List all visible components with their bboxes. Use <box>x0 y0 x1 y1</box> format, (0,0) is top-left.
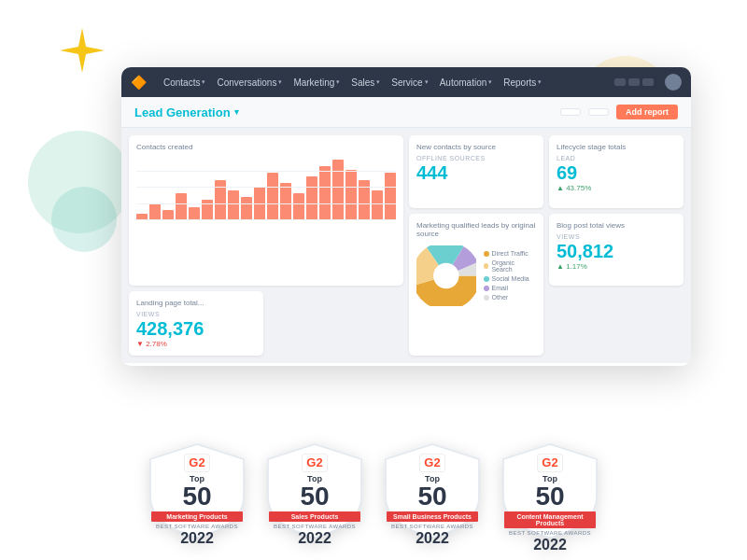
chart-line-2 <box>136 187 396 188</box>
badges-section: G2 Top 50 Marketing Products BEST SOFTWA… <box>147 441 600 541</box>
nav-reports-chevron: ▾ <box>538 78 542 86</box>
badge-award-1: BEST SOFTWARE AWARDS <box>274 524 356 529</box>
legend-email: Email <box>484 285 536 291</box>
badge-2: G2 Top 50 Small Business Products BEST S… <box>382 441 483 541</box>
bar-item <box>306 176 317 220</box>
badge-year-0: 2022 <box>180 530 214 547</box>
nav-automation-chevron: ▾ <box>488 78 492 86</box>
bar-item <box>241 197 252 220</box>
badge-number-3: 50 <box>535 483 564 510</box>
date-filter-btn-1[interactable] <box>560 108 581 116</box>
g2-logo-3: G2 <box>537 454 562 472</box>
pie-legend: Direct Traffic Organic Search Social Med… <box>484 250 536 301</box>
g2-logo-0: G2 <box>184 454 209 472</box>
badge-award-0: BEST SOFTWARE AWARDS <box>156 524 238 529</box>
marketing-qualified-widget: Marketing qualified leads by original so… <box>409 214 543 357</box>
blog-post-value: 50,812 <box>557 242 676 260</box>
bar-item <box>332 160 344 220</box>
marketing-qualified-title: Marketing qualified leads by original so… <box>416 221 536 238</box>
badge-category-3: Content Management Products <box>504 511 595 528</box>
landing-page-label: VIEWS <box>136 311 256 317</box>
dashboard-header: Lead Generation ▾ Add report <box>121 97 691 128</box>
legend-direct: Direct Traffic <box>484 250 536 257</box>
chart-line-1 <box>136 171 396 172</box>
badge-year-1: 2022 <box>298 530 331 547</box>
bar-chart <box>136 155 396 220</box>
nav-contacts-chevron: ▾ <box>202 78 205 86</box>
bar-item <box>149 203 161 220</box>
badge-shield-0: G2 Top 50 Marketing Products BEST SOFTWA… <box>147 441 247 541</box>
contacts-created-chart <box>136 155 396 220</box>
nav-contacts[interactable]: Contacts ▾ <box>163 77 205 88</box>
hubspot-logo: 🔶 <box>131 75 147 90</box>
bar-item <box>280 183 291 220</box>
new-contacts-title: New contacts by source <box>416 143 536 151</box>
lifecycle-value: 69 <box>557 163 676 182</box>
badge-award-3: BEST SOFTWARE AWARDS <box>509 530 591 536</box>
user-avatar[interactable] <box>665 74 682 91</box>
dashboard-dropdown-arrow: ▾ <box>234 107 239 117</box>
chart-line-3 <box>136 203 396 204</box>
contacts-created-widget: Contacts created <box>129 135 403 286</box>
g2-logo-1: G2 <box>302 454 327 472</box>
nav-dot-3 <box>642 78 654 86</box>
legend-dot-email <box>484 286 489 291</box>
nav-sales[interactable]: Sales ▾ <box>351 77 380 88</box>
blog-post-label: VIEWS <box>557 233 676 240</box>
blog-post-widget: Blog post total views VIEWS 50,812 ▲ 1.1… <box>549 214 684 287</box>
lifecycle-title: Lifecycle stage totals <box>557 143 676 151</box>
bar-item <box>228 190 239 221</box>
legend-social: Social Media <box>484 275 536 282</box>
bar-item <box>176 193 187 220</box>
pie-chart <box>416 245 476 306</box>
nav-automation[interactable]: Automation ▾ <box>440 77 493 88</box>
add-report-button[interactable]: Add report <box>616 105 678 119</box>
nav-sales-chevron: ▾ <box>376 78 380 86</box>
bar-item <box>189 207 200 220</box>
bar-item <box>267 173 278 220</box>
nav-service[interactable]: Service ▾ <box>391 77 428 88</box>
svg-point-5 <box>433 262 458 287</box>
badge-number-1: 50 <box>300 483 329 510</box>
blog-post-change: ▲ 1.17% <box>557 262 676 271</box>
landing-page-widget: Landing page total... VIEWS 428,376 ▼ 2.… <box>129 291 263 356</box>
browser-window: 🔶 Contacts ▾ Conversations ▾ Marketing ▾… <box>121 67 691 366</box>
new-contacts-label: OFFLINE SOURCES <box>416 155 536 161</box>
lifecycle-label: LEAD <box>557 155 676 161</box>
lifecycle-stage-widget: Lifecycle stage totals LEAD 69 ▲ 43.75% <box>549 135 684 208</box>
bar-item <box>385 173 396 220</box>
legend-organic: Organic Search <box>484 259 536 273</box>
badge-category-0: Marketing Products <box>151 511 242 522</box>
badge-shield-1: G2 Top 50 Sales Products BEST SOFTWARE A… <box>264 441 365 541</box>
new-contacts-widget: New contacts by source OFFLINE SOURCES 4… <box>409 135 543 208</box>
badge-category-1: Sales Products <box>269 511 359 522</box>
date-filter-btn-2[interactable] <box>588 108 609 116</box>
dashboard-content: Contacts created New contacts by source … <box>121 128 691 363</box>
landing-page-change: ▼ 2.78% <box>136 340 256 348</box>
nav-dot-2 <box>628 78 640 86</box>
star-decoration <box>58 26 106 75</box>
badge-number-0: 50 <box>182 483 211 510</box>
lifecycle-change: ▲ 43.75% <box>557 184 676 192</box>
bar-item <box>319 166 331 220</box>
badge-0: G2 Top 50 Marketing Products BEST SOFTWA… <box>147 441 247 541</box>
bg-circle-teal <box>51 187 117 252</box>
legend-dot-other <box>484 295 489 301</box>
legend-dot-direct <box>484 251 489 257</box>
badge-shield-3: G2 Top 50 Content Management Products BE… <box>500 441 600 541</box>
bar-item <box>293 193 304 220</box>
g2-logo-2: G2 <box>419 454 444 472</box>
legend-dot-organic <box>484 263 489 269</box>
legend-dot-social <box>484 276 489 282</box>
nav-reports[interactable]: Reports ▾ <box>503 77 542 88</box>
nav-conversations-chevron: ▾ <box>278 78 282 86</box>
nav-dot-1 <box>614 78 626 86</box>
nav-service-chevron: ▾ <box>425 78 429 86</box>
contacts-created-title: Contacts created <box>136 143 396 151</box>
nav-conversations[interactable]: Conversations ▾ <box>217 77 282 88</box>
nav-marketing[interactable]: Marketing ▾ <box>293 77 340 88</box>
badge-3: G2 Top 50 Content Management Products BE… <box>500 441 600 541</box>
dashboard-title[interactable]: Lead Generation ▾ <box>134 105 239 119</box>
bar-item <box>372 190 383 221</box>
landing-page-value: 428,376 <box>136 319 256 338</box>
